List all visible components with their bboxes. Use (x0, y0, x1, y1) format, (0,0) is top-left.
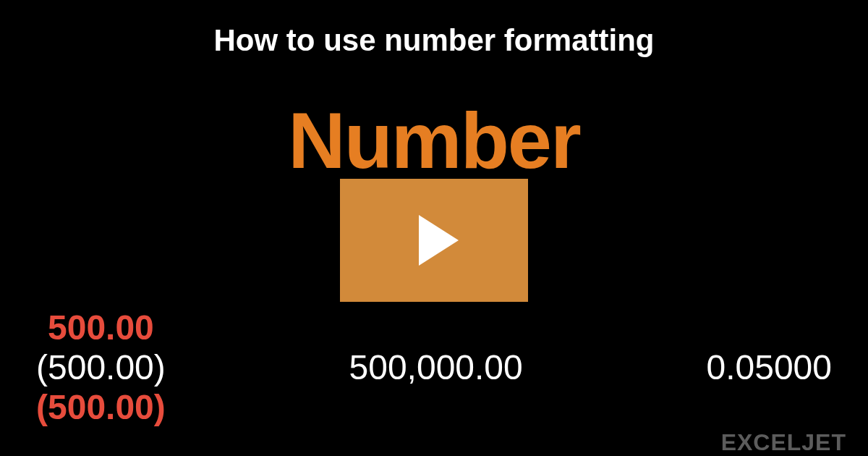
play-icon (419, 215, 459, 266)
video-title: How to use number formatting (0, 0, 868, 58)
number-example-red: 500.00 (48, 308, 154, 347)
number-example-decimal: 0.05000 (706, 347, 832, 387)
number-example-red-paren: (500.00) (36, 387, 166, 427)
number-example-white-paren: (500.00) (36, 347, 166, 387)
number-examples-row: 500.00 (500.00) (500.00) 500,000.00 0.05… (0, 308, 868, 427)
play-button[interactable] (340, 179, 528, 302)
number-example-thousands: 500,000.00 (349, 347, 523, 387)
main-heading: Number (0, 94, 868, 186)
left-number-column: 500.00 (500.00) (500.00) (36, 308, 166, 427)
brand-watermark: EXCELJET (721, 429, 846, 456)
